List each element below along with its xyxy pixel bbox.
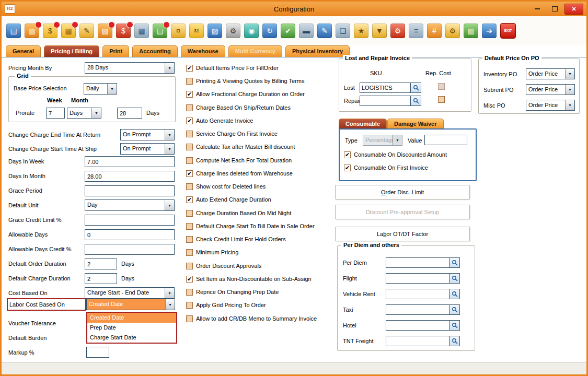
accounts-book-icon[interactable]: ▤ bbox=[153, 24, 167, 38]
lost-sku-input[interactable] bbox=[360, 83, 410, 92]
billing-calendar-icon[interactable]: ▦ bbox=[61, 24, 76, 38]
chevron-down-icon[interactable] bbox=[165, 130, 174, 140]
sales-invoice-icon[interactable]: $ bbox=[116, 24, 131, 38]
checkbox[interactable] bbox=[186, 263, 193, 269]
days-in-month-input[interactable] bbox=[85, 171, 175, 182]
checkbox-row[interactable]: Apply Grid Pricing To Order bbox=[186, 301, 266, 309]
chevron-down-icon[interactable] bbox=[165, 144, 174, 154]
checkbox-row[interactable]: Service Charge On First Invoice bbox=[186, 130, 278, 138]
checkbox-row[interactable]: Compute Net Each For Total Duration bbox=[186, 156, 292, 164]
compose-document-icon[interactable]: ✎ bbox=[317, 24, 332, 38]
default-charge-duration-input[interactable] bbox=[85, 273, 117, 284]
ladder-icon[interactable]: # bbox=[427, 24, 442, 38]
checkbox-row[interactable]: Reprice On Changing Prep Date bbox=[186, 288, 279, 296]
allowable-days-input[interactable] bbox=[85, 229, 175, 240]
repair-sku-search[interactable] bbox=[360, 96, 421, 106]
tnt-freight-search[interactable] bbox=[386, 336, 460, 346]
checkbox[interactable] bbox=[186, 104, 193, 111]
dropdown-option-prep-date[interactable]: Prep Date bbox=[87, 323, 176, 333]
payments-icon[interactable]: ¤ bbox=[171, 24, 186, 38]
approved-document-icon[interactable]: ✔ bbox=[281, 24, 295, 38]
search-icon[interactable] bbox=[410, 96, 421, 105]
exit-icon[interactable]: EXIT bbox=[500, 23, 516, 39]
prorate-week-input[interactable] bbox=[46, 108, 65, 119]
ledger-icon[interactable]: ▥ bbox=[25, 24, 39, 38]
labor-otdt-factor-button[interactable]: Labor OT/DT Factor bbox=[335, 227, 470, 241]
chevron-down-icon[interactable] bbox=[165, 63, 174, 73]
globe-icon[interactable]: ◉ bbox=[244, 24, 259, 38]
settings-gears-icon[interactable]: ⚙ bbox=[226, 24, 240, 38]
checkbox-row[interactable]: Charge Based On Ship/Return Dates bbox=[186, 103, 291, 112]
per-diem-search[interactable] bbox=[386, 257, 460, 268]
checkbox[interactable] bbox=[186, 144, 193, 150]
copy-document-icon[interactable]: ❏ bbox=[336, 24, 350, 38]
checkbox[interactable]: ✔ bbox=[186, 170, 193, 177]
checkbox[interactable]: ✔ bbox=[344, 151, 351, 158]
sync-icon[interactable]: ↻ bbox=[262, 24, 277, 38]
dropdown-option-created-date[interactable]: Created Date bbox=[87, 313, 176, 323]
checkbox-row[interactable]: Default Charge Start To Bill Date in Sal… bbox=[186, 222, 315, 230]
checkbox[interactable] bbox=[186, 157, 193, 164]
checkbox[interactable] bbox=[186, 315, 193, 322]
taxi-input[interactable] bbox=[386, 305, 449, 314]
checkbox[interactable]: ✔ bbox=[186, 276, 193, 283]
grace-period-input[interactable] bbox=[85, 185, 175, 196]
hotel-input[interactable] bbox=[386, 321, 449, 330]
inventory-po-select[interactable]: Order Price bbox=[526, 68, 575, 79]
documents-folder-icon[interactable]: ▧ bbox=[98, 24, 112, 38]
checkbox[interactable] bbox=[186, 289, 193, 296]
edit-order-icon[interactable]: ✎ bbox=[79, 24, 94, 38]
markup-input[interactable] bbox=[86, 347, 109, 358]
checkbox[interactable] bbox=[186, 210, 193, 217]
prorate-month-input[interactable] bbox=[117, 108, 142, 119]
checkbox-row[interactable]: Check Credit Limit For Hold Orders bbox=[186, 235, 286, 243]
checkbox-row[interactable]: Show cost for Deleted lines bbox=[186, 182, 266, 191]
checkbox-row[interactable]: Order Discount Approvals bbox=[186, 262, 261, 270]
grace-credit-limit-input[interactable] bbox=[85, 215, 175, 226]
checkbox-row[interactable]: ✔Consumable On Discounted Amount bbox=[344, 150, 447, 159]
change-start-select[interactable]: On Prompt bbox=[120, 143, 175, 155]
order-disc-limit-button[interactable]: Order Disc. Limit bbox=[335, 185, 470, 199]
chevron-down-icon[interactable] bbox=[565, 69, 574, 79]
checkbox[interactable] bbox=[186, 302, 193, 309]
checkbox-row[interactable]: ✔Charge lines deleted from Warehouse bbox=[186, 169, 293, 178]
chevron-down-icon[interactable] bbox=[165, 200, 174, 210]
flight-search[interactable] bbox=[386, 273, 460, 284]
notes-icon[interactable]: ≡ bbox=[409, 24, 423, 38]
default-order-duration-input[interactable] bbox=[85, 258, 117, 269]
checkbox-row[interactable]: Printing & Viewing Quotes by Billing Ter… bbox=[186, 77, 304, 85]
checkbox-row[interactable]: Minimum Pricing bbox=[186, 248, 238, 256]
search-icon[interactable] bbox=[410, 83, 421, 92]
search-icon[interactable] bbox=[449, 305, 459, 314]
default-unit-select[interactable]: Day bbox=[85, 199, 175, 211]
hotel-search[interactable] bbox=[386, 320, 460, 331]
allowable-days-credit-input[interactable] bbox=[85, 244, 175, 255]
misc-po-select[interactable]: Order Price bbox=[526, 100, 575, 111]
pricing-month-by-select[interactable]: 28 Days bbox=[85, 62, 175, 74]
prorate-week-unit-select[interactable]: Days bbox=[67, 108, 101, 119]
checkbox[interactable] bbox=[186, 183, 193, 190]
repair-sku-input[interactable] bbox=[360, 96, 410, 105]
cash-register-icon[interactable]: $ bbox=[43, 24, 57, 38]
checkbox[interactable] bbox=[186, 78, 193, 85]
tnt-freight-input[interactable] bbox=[386, 336, 449, 346]
save-icon[interactable]: ▤ bbox=[6, 24, 21, 38]
filter-icon[interactable]: ▼ bbox=[372, 24, 387, 38]
checkbox-row[interactable]: ✔Consumable On First Invoice bbox=[344, 163, 428, 172]
display-card-icon[interactable]: ▬ bbox=[299, 24, 314, 38]
checkbox-row[interactable]: ✔Auto Extend Charge Duration bbox=[186, 195, 271, 204]
minimize-button[interactable] bbox=[530, 4, 545, 14]
checkbox-row[interactable]: Charge Duration Based On Mid Night bbox=[186, 209, 291, 217]
close-button[interactable] bbox=[564, 4, 583, 15]
checkbox-row[interactable]: ✔Default Items Price For FillOrder bbox=[186, 64, 279, 72]
checkbox[interactable] bbox=[186, 131, 193, 137]
checkbox[interactable]: ✔ bbox=[186, 196, 193, 203]
labor-cost-based-on-select[interactable]: Created Date bbox=[86, 299, 175, 310]
tab-warehouse[interactable]: Warehouse bbox=[181, 45, 225, 57]
dropdown-option-charge-start-date[interactable]: Charge Start Date bbox=[87, 333, 176, 343]
tab-damage-waiver[interactable]: Damage Waiver bbox=[387, 119, 444, 129]
subrent-po-select[interactable]: Order Price bbox=[526, 84, 575, 95]
taxi-search[interactable] bbox=[386, 304, 460, 315]
award-icon[interactable]: ★ bbox=[354, 24, 368, 38]
chevron-down-icon[interactable] bbox=[91, 108, 101, 118]
